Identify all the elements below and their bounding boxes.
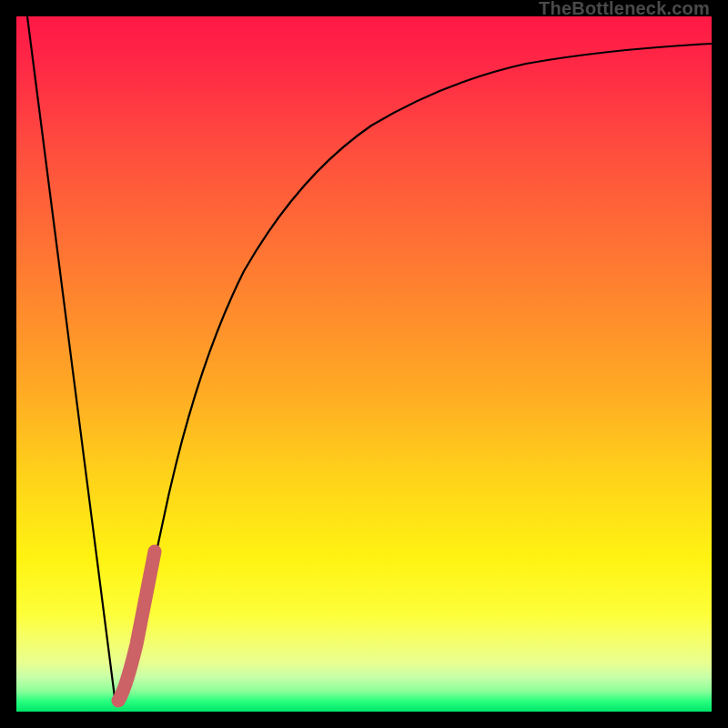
bottleneck-curve	[27, 16, 712, 701]
plot-area	[16, 16, 712, 712]
highlight-segment	[118, 551, 155, 701]
chart-frame: TheBottleneck.com	[0, 0, 728, 728]
curve-layer	[16, 16, 712, 712]
